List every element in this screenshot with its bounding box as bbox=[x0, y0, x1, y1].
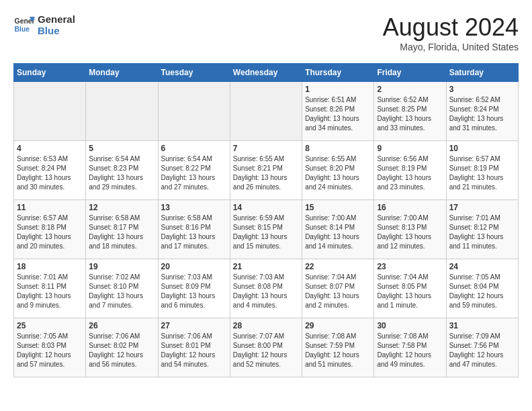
day-number: 4 bbox=[17, 144, 83, 153]
day-info: Sunrise: 6:55 AM Sunset: 8:20 PM Dayligh… bbox=[305, 154, 371, 192]
calendar-cell bbox=[158, 82, 230, 141]
day-number: 13 bbox=[161, 203, 227, 212]
calendar-cell: 13Sunrise: 6:58 AM Sunset: 8:16 PM Dayli… bbox=[158, 200, 230, 259]
day-info: Sunrise: 6:58 AM Sunset: 8:16 PM Dayligh… bbox=[161, 214, 227, 251]
day-number: 7 bbox=[233, 144, 299, 153]
week-row-1: 1Sunrise: 6:51 AM Sunset: 8:26 PM Daylig… bbox=[14, 82, 519, 141]
day-info: Sunrise: 7:05 AM Sunset: 8:03 PM Dayligh… bbox=[17, 332, 83, 369]
calendar-cell: 10Sunrise: 6:57 AM Sunset: 8:19 PM Dayli… bbox=[446, 141, 518, 200]
calendar-cell: 2Sunrise: 6:52 AM Sunset: 8:25 PM Daylig… bbox=[374, 82, 446, 141]
calendar-cell: 25Sunrise: 7:05 AM Sunset: 8:03 PM Dayli… bbox=[14, 318, 86, 377]
calendar-cell: 4Sunrise: 6:53 AM Sunset: 8:24 PM Daylig… bbox=[14, 141, 86, 200]
weekday-header-saturday: Saturday bbox=[446, 64, 518, 82]
day-info: Sunrise: 6:54 AM Sunset: 8:23 PM Dayligh… bbox=[89, 154, 154, 192]
day-number: 24 bbox=[449, 262, 515, 271]
day-number: 28 bbox=[233, 321, 299, 330]
day-info: Sunrise: 7:00 AM Sunset: 8:13 PM Dayligh… bbox=[377, 214, 443, 251]
weekday-header-monday: Monday bbox=[86, 64, 158, 82]
calendar-cell: 26Sunrise: 7:06 AM Sunset: 8:02 PM Dayli… bbox=[86, 318, 158, 377]
day-number: 18 bbox=[17, 262, 83, 271]
day-info: Sunrise: 7:09 AM Sunset: 7:56 PM Dayligh… bbox=[449, 332, 515, 369]
week-row-4: 18Sunrise: 7:01 AM Sunset: 8:11 PM Dayli… bbox=[14, 259, 519, 318]
day-number: 8 bbox=[305, 144, 371, 153]
calendar-cell: 12Sunrise: 6:58 AM Sunset: 8:17 PM Dayli… bbox=[86, 200, 158, 259]
calendar-cell bbox=[230, 82, 302, 141]
day-number: 25 bbox=[17, 321, 83, 330]
calendar-cell: 30Sunrise: 7:08 AM Sunset: 7:58 PM Dayli… bbox=[374, 318, 446, 377]
calendar-cell: 15Sunrise: 7:00 AM Sunset: 8:14 PM Dayli… bbox=[302, 200, 374, 259]
day-number: 1 bbox=[305, 85, 371, 94]
day-number: 11 bbox=[17, 203, 83, 212]
day-number: 5 bbox=[89, 144, 154, 153]
day-info: Sunrise: 7:05 AM Sunset: 8:04 PM Dayligh… bbox=[449, 273, 515, 310]
calendar-table: SundayMondayTuesdayWednesdayThursdayFrid… bbox=[13, 63, 519, 377]
calendar-cell: 20Sunrise: 7:03 AM Sunset: 8:09 PM Dayli… bbox=[158, 259, 230, 318]
weekday-header-row: SundayMondayTuesdayWednesdayThursdayFrid… bbox=[14, 64, 519, 82]
day-number: 30 bbox=[377, 321, 443, 330]
calendar-cell: 14Sunrise: 6:59 AM Sunset: 8:15 PM Dayli… bbox=[230, 200, 302, 259]
calendar-cell: 22Sunrise: 7:04 AM Sunset: 8:07 PM Dayli… bbox=[302, 259, 374, 318]
logo-blue: Blue bbox=[38, 25, 75, 36]
day-info: Sunrise: 7:01 AM Sunset: 8:12 PM Dayligh… bbox=[449, 214, 515, 251]
calendar-cell: 19Sunrise: 7:02 AM Sunset: 8:10 PM Dayli… bbox=[86, 259, 158, 318]
month-year-title: August 2024 bbox=[383, 13, 519, 42]
day-info: Sunrise: 7:04 AM Sunset: 8:07 PM Dayligh… bbox=[305, 273, 371, 310]
day-number: 16 bbox=[377, 203, 443, 212]
day-number: 9 bbox=[377, 144, 443, 153]
calendar-cell: 7Sunrise: 6:55 AM Sunset: 8:21 PM Daylig… bbox=[230, 141, 302, 200]
day-info: Sunrise: 6:54 AM Sunset: 8:22 PM Dayligh… bbox=[161, 154, 227, 192]
calendar-cell: 17Sunrise: 7:01 AM Sunset: 8:12 PM Dayli… bbox=[446, 200, 518, 259]
weekday-header-sunday: Sunday bbox=[14, 64, 86, 82]
day-info: Sunrise: 6:52 AM Sunset: 8:24 PM Dayligh… bbox=[449, 95, 515, 133]
logo: General Blue General Blue bbox=[13, 13, 75, 36]
calendar-cell: 23Sunrise: 7:04 AM Sunset: 8:05 PM Dayli… bbox=[374, 259, 446, 318]
weekday-header-friday: Friday bbox=[374, 64, 446, 82]
calendar-cell: 18Sunrise: 7:01 AM Sunset: 8:11 PM Dayli… bbox=[14, 259, 86, 318]
calendar-cell: 9Sunrise: 6:56 AM Sunset: 8:19 PM Daylig… bbox=[374, 141, 446, 200]
day-number: 3 bbox=[449, 85, 515, 94]
day-info: Sunrise: 6:53 AM Sunset: 8:24 PM Dayligh… bbox=[17, 154, 83, 192]
day-number: 10 bbox=[449, 144, 515, 153]
calendar-cell: 5Sunrise: 6:54 AM Sunset: 8:23 PM Daylig… bbox=[86, 141, 158, 200]
day-number: 23 bbox=[377, 262, 443, 271]
logo-icon: General Blue bbox=[13, 14, 35, 36]
day-info: Sunrise: 7:08 AM Sunset: 7:58 PM Dayligh… bbox=[377, 332, 443, 369]
calendar-cell: 11Sunrise: 6:57 AM Sunset: 8:18 PM Dayli… bbox=[14, 200, 86, 259]
day-number: 22 bbox=[305, 262, 371, 271]
day-info: Sunrise: 6:56 AM Sunset: 8:19 PM Dayligh… bbox=[377, 154, 443, 192]
day-info: Sunrise: 6:51 AM Sunset: 8:26 PM Dayligh… bbox=[305, 95, 371, 133]
day-info: Sunrise: 6:52 AM Sunset: 8:25 PM Dayligh… bbox=[377, 95, 443, 133]
week-row-2: 4Sunrise: 6:53 AM Sunset: 8:24 PM Daylig… bbox=[14, 141, 519, 200]
calendar-cell: 1Sunrise: 6:51 AM Sunset: 8:26 PM Daylig… bbox=[302, 82, 374, 141]
day-info: Sunrise: 7:03 AM Sunset: 8:08 PM Dayligh… bbox=[233, 273, 299, 310]
page-header: General Blue General Blue August 2024 Ma… bbox=[13, 13, 519, 52]
day-info: Sunrise: 6:55 AM Sunset: 8:21 PM Dayligh… bbox=[233, 154, 299, 192]
calendar-cell: 21Sunrise: 7:03 AM Sunset: 8:08 PM Dayli… bbox=[230, 259, 302, 318]
day-number: 2 bbox=[377, 85, 443, 94]
day-info: Sunrise: 7:04 AM Sunset: 8:05 PM Dayligh… bbox=[377, 273, 443, 310]
calendar-cell: 3Sunrise: 6:52 AM Sunset: 8:24 PM Daylig… bbox=[446, 82, 518, 141]
day-number: 6 bbox=[161, 144, 227, 153]
day-info: Sunrise: 6:58 AM Sunset: 8:17 PM Dayligh… bbox=[89, 214, 154, 251]
day-number: 19 bbox=[89, 262, 154, 271]
calendar-cell: 24Sunrise: 7:05 AM Sunset: 8:04 PM Dayli… bbox=[446, 259, 518, 318]
day-number: 26 bbox=[89, 321, 154, 330]
weekday-header-wednesday: Wednesday bbox=[230, 64, 302, 82]
calendar-cell bbox=[86, 82, 158, 141]
day-number: 21 bbox=[233, 262, 299, 271]
calendar-cell: 31Sunrise: 7:09 AM Sunset: 7:56 PM Dayli… bbox=[446, 318, 518, 377]
title-block: August 2024 Mayo, Florida, United States bbox=[383, 13, 519, 52]
weekday-header-thursday: Thursday bbox=[302, 64, 374, 82]
day-info: Sunrise: 7:02 AM Sunset: 8:10 PM Dayligh… bbox=[89, 273, 154, 310]
logo-general: General bbox=[38, 13, 75, 25]
calendar-cell: 6Sunrise: 6:54 AM Sunset: 8:22 PM Daylig… bbox=[158, 141, 230, 200]
day-info: Sunrise: 7:00 AM Sunset: 8:14 PM Dayligh… bbox=[305, 214, 371, 251]
day-number: 20 bbox=[161, 262, 227, 271]
day-info: Sunrise: 7:08 AM Sunset: 7:59 PM Dayligh… bbox=[305, 332, 371, 369]
day-number: 14 bbox=[233, 203, 299, 212]
calendar-cell: 16Sunrise: 7:00 AM Sunset: 8:13 PM Dayli… bbox=[374, 200, 446, 259]
day-number: 29 bbox=[305, 321, 371, 330]
day-info: Sunrise: 7:07 AM Sunset: 8:00 PM Dayligh… bbox=[233, 332, 299, 369]
calendar-cell: 28Sunrise: 7:07 AM Sunset: 8:00 PM Dayli… bbox=[230, 318, 302, 377]
day-info: Sunrise: 7:01 AM Sunset: 8:11 PM Dayligh… bbox=[17, 273, 83, 310]
